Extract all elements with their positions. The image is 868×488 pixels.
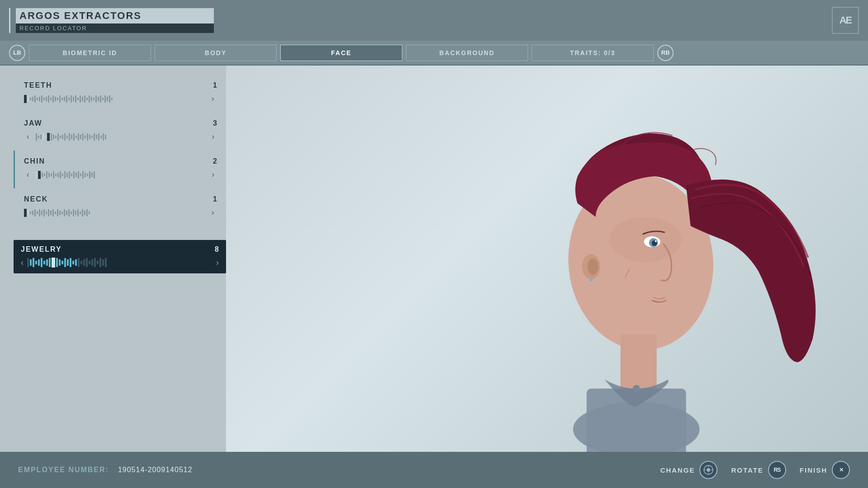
character-viewport — [226, 66, 868, 452]
jewelry-prev-arrow[interactable]: ‹ — [21, 258, 24, 267]
jewelry-next-arrow[interactable]: › — [216, 258, 219, 267]
jaw-prev-arrow[interactable]: ‹ — [24, 132, 32, 141]
teeth-section: TEETH 1 › — [14, 75, 226, 113]
finish-label: FINISH — [800, 466, 827, 474]
header-title-block: ARGOS EXTRACTORS RECORD LOCATOR — [9, 8, 214, 33]
chin-next-arrow[interactable]: › — [209, 170, 217, 179]
chin-section: CHIN 2 ‹ › — [14, 150, 226, 188]
ae-logo: AE — [832, 7, 859, 34]
jaw-label: JAW — [24, 119, 42, 127]
teeth-header: TEETH 1 — [24, 81, 217, 89]
chin-row: ‹ › — [24, 170, 217, 179]
finish-button[interactable]: ✕ — [832, 461, 850, 479]
bottom-bar: EMPLOYEE NUMBER: 190514-2009140512 CHANG… — [0, 452, 868, 488]
change-action[interactable]: CHANGE — [660, 461, 717, 479]
teeth-value: 1 — [213, 81, 217, 89]
lb-button[interactable]: LB — [9, 45, 25, 61]
joystick-icon — [703, 465, 713, 475]
neck-track[interactable] — [24, 208, 205, 217]
neck-value: 1 — [213, 195, 217, 203]
neck-row: › — [24, 208, 217, 217]
neck-header: NECK 1 — [24, 195, 217, 203]
svg-point-9 — [588, 258, 599, 275]
teeth-next-arrow[interactable]: › — [208, 94, 217, 103]
finish-action[interactable]: FINISH ✕ — [800, 461, 850, 479]
rb-button[interactable]: RB — [657, 45, 674, 61]
tab-face[interactable]: FACE — [280, 45, 402, 61]
jewelry-section: JEWELRY 8 ‹ › — [14, 240, 226, 273]
chin-header: CHIN 2 — [24, 157, 217, 165]
change-button[interactable] — [699, 461, 717, 479]
rotate-button[interactable]: RS — [768, 461, 786, 479]
svg-point-7 — [655, 240, 657, 242]
bottom-actions: CHANGE ROTATE RS FINISH ✕ — [660, 461, 850, 479]
jaw-header: JAW 3 — [24, 119, 217, 127]
chin-track[interactable] — [36, 170, 206, 179]
svg-point-13 — [633, 385, 640, 392]
rotate-label: ROTATE — [731, 466, 763, 474]
teeth-row: › — [24, 94, 217, 103]
header: ARGOS EXTRACTORS RECORD LOCATOR AE — [0, 0, 868, 41]
teeth-track[interactable] — [24, 94, 205, 103]
jewelry-row: ‹ › — [21, 257, 219, 268]
jewelry-header: JEWELRY 8 — [21, 245, 219, 253]
jewelry-track[interactable] — [27, 257, 212, 268]
chin-prev-arrow[interactable]: ‹ — [24, 170, 32, 179]
jaw-next-arrow[interactable]: › — [209, 132, 217, 141]
tab-body[interactable]: BODY — [155, 45, 277, 61]
app-title: ARGOS EXTRACTORS — [16, 8, 214, 23]
employee-label: EMPLOYEE NUMBER: — [18, 466, 109, 474]
jewelry-label: JEWELRY — [21, 245, 62, 253]
character-portrait — [496, 66, 835, 452]
jaw-section: JAW 3 ‹ › — [14, 113, 226, 150]
neck-section: NECK 1 › — [14, 188, 226, 226]
neck-next-arrow[interactable]: › — [208, 208, 217, 217]
tab-traits[interactable]: TRAITS: 0/3 — [532, 45, 654, 61]
svg-rect-12 — [621, 334, 657, 389]
tab-biometric-id[interactable]: BIOMETRIC ID — [29, 45, 151, 61]
navbar: LB BIOMETRIC ID BODY FACE BACKGROUND TRA… — [0, 41, 868, 66]
chin-label: CHIN — [24, 157, 45, 165]
jaw-row: ‹ › — [24, 132, 217, 141]
left-panel: TEETH 1 › — [14, 66, 226, 452]
jaw-track[interactable] — [36, 132, 206, 141]
tab-background[interactable]: BACKGROUND — [406, 45, 528, 61]
teeth-label: TEETH — [24, 81, 52, 89]
change-label: CHANGE — [660, 466, 695, 474]
app-subtitle: RECORD LOCATOR — [16, 23, 214, 33]
svg-point-10 — [590, 278, 593, 282]
rotate-action[interactable]: ROTATE RS — [731, 461, 786, 479]
neck-label: NECK — [24, 195, 48, 203]
chin-value: 2 — [213, 157, 217, 165]
jaw-value: 3 — [213, 119, 217, 127]
svg-point-15 — [707, 468, 710, 472]
jewelry-value: 8 — [215, 245, 219, 253]
employee-number: 190514-2009140512 — [118, 466, 193, 474]
